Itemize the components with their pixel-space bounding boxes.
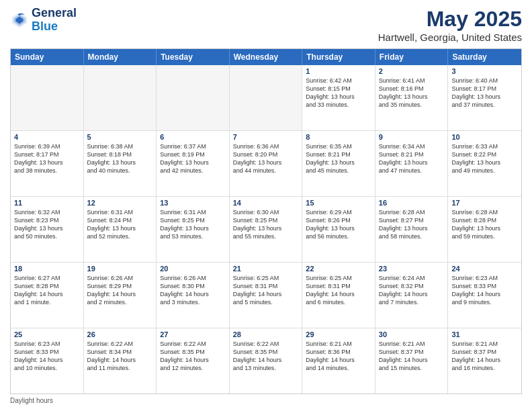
day-info: Sunrise: 6:28 AM Sunset: 8:27 PM Dayligh… bbox=[379, 208, 445, 241]
day-info: Sunrise: 6:40 AM Sunset: 8:17 PM Dayligh… bbox=[451, 77, 518, 109]
day-number: 3 bbox=[451, 67, 518, 75]
day-number: 14 bbox=[233, 199, 299, 207]
day-number: 17 bbox=[451, 199, 518, 207]
day-cell-22: 22Sunrise: 6:25 AM Sunset: 8:31 PM Dayli… bbox=[302, 263, 375, 328]
day-number: 11 bbox=[14, 199, 80, 207]
day-cell-12: 12Sunrise: 6:31 AM Sunset: 8:24 PM Dayli… bbox=[84, 197, 157, 262]
day-number: 15 bbox=[306, 199, 371, 207]
logo-line1: General bbox=[32, 7, 77, 20]
day-cell-23: 23Sunrise: 6:24 AM Sunset: 8:32 PM Dayli… bbox=[375, 263, 449, 328]
day-cell-8: 8Sunrise: 6:35 AM Sunset: 8:21 PM Daylig… bbox=[302, 131, 375, 196]
day-info: Sunrise: 6:38 AM Sunset: 8:18 PM Dayligh… bbox=[87, 142, 153, 175]
calendar-body: 1Sunrise: 6:42 AM Sunset: 8:15 PM Daylig… bbox=[11, 65, 521, 394]
day-number: 5 bbox=[87, 133, 153, 141]
day-cell-11: 11Sunrise: 6:32 AM Sunset: 8:23 PM Dayli… bbox=[11, 197, 84, 262]
day-cell-7: 7Sunrise: 6:36 AM Sunset: 8:20 PM Daylig… bbox=[230, 131, 303, 196]
col-header-thursday: Thursday bbox=[302, 49, 375, 65]
day-cell-25: 25Sunrise: 6:23 AM Sunset: 8:33 PM Dayli… bbox=[11, 328, 84, 394]
week-row-1: 1Sunrise: 6:42 AM Sunset: 8:15 PM Daylig… bbox=[11, 65, 521, 131]
day-info: Sunrise: 6:34 AM Sunset: 8:21 PM Dayligh… bbox=[379, 142, 445, 175]
day-cell-21: 21Sunrise: 6:25 AM Sunset: 8:31 PM Dayli… bbox=[230, 263, 303, 328]
day-info: Sunrise: 6:21 AM Sunset: 8:36 PM Dayligh… bbox=[306, 340, 371, 373]
day-cell-empty-3 bbox=[230, 65, 303, 130]
day-number: 25 bbox=[14, 330, 80, 338]
day-info: Sunrise: 6:22 AM Sunset: 8:35 PM Dayligh… bbox=[160, 340, 226, 373]
day-number: 28 bbox=[233, 330, 299, 338]
day-info: Sunrise: 6:31 AM Sunset: 8:24 PM Dayligh… bbox=[87, 208, 153, 241]
day-info: Sunrise: 6:23 AM Sunset: 8:33 PM Dayligh… bbox=[14, 340, 80, 373]
subtitle: Hartwell, Georgia, United States bbox=[378, 32, 522, 43]
day-info: Sunrise: 6:21 AM Sunset: 8:37 PM Dayligh… bbox=[379, 340, 445, 373]
day-info: Sunrise: 6:32 AM Sunset: 8:23 PM Dayligh… bbox=[14, 208, 80, 241]
day-number: 22 bbox=[306, 265, 371, 273]
footer-note: Daylight hours bbox=[10, 397, 522, 404]
day-number: 27 bbox=[160, 330, 226, 338]
logo-icon bbox=[10, 11, 29, 30]
day-number: 19 bbox=[87, 265, 153, 273]
day-cell-16: 16Sunrise: 6:28 AM Sunset: 8:27 PM Dayli… bbox=[375, 197, 449, 262]
day-info: Sunrise: 6:28 AM Sunset: 8:28 PM Dayligh… bbox=[451, 208, 518, 241]
logo: General Blue bbox=[10, 7, 77, 34]
week-row-5: 25Sunrise: 6:23 AM Sunset: 8:33 PM Dayli… bbox=[11, 328, 521, 394]
day-cell-24: 24Sunrise: 6:23 AM Sunset: 8:33 PM Dayli… bbox=[448, 263, 521, 328]
day-number: 10 bbox=[451, 133, 518, 141]
day-info: Sunrise: 6:25 AM Sunset: 8:31 PM Dayligh… bbox=[233, 274, 299, 307]
day-info: Sunrise: 6:21 AM Sunset: 8:37 PM Dayligh… bbox=[451, 340, 518, 373]
title-block: May 2025 Hartwell, Georgia, United State… bbox=[378, 7, 522, 43]
day-number: 12 bbox=[87, 199, 153, 207]
day-cell-9: 9Sunrise: 6:34 AM Sunset: 8:21 PM Daylig… bbox=[375, 131, 449, 196]
week-row-4: 18Sunrise: 6:27 AM Sunset: 8:28 PM Dayli… bbox=[11, 263, 521, 328]
day-cell-13: 13Sunrise: 6:31 AM Sunset: 8:25 PM Dayli… bbox=[157, 197, 230, 262]
col-header-tuesday: Tuesday bbox=[157, 49, 230, 65]
col-header-wednesday: Wednesday bbox=[230, 49, 303, 65]
day-info: Sunrise: 6:22 AM Sunset: 8:34 PM Dayligh… bbox=[87, 340, 153, 373]
day-number: 2 bbox=[379, 67, 445, 75]
day-cell-empty-2 bbox=[157, 65, 230, 130]
day-cell-14: 14Sunrise: 6:30 AM Sunset: 8:25 PM Dayli… bbox=[230, 197, 303, 262]
day-number: 4 bbox=[14, 133, 80, 141]
day-number: 13 bbox=[160, 199, 226, 207]
day-cell-20: 20Sunrise: 6:26 AM Sunset: 8:30 PM Dayli… bbox=[157, 263, 230, 328]
day-cell-10: 10Sunrise: 6:33 AM Sunset: 8:22 PM Dayli… bbox=[448, 131, 521, 196]
logo-text: General Blue bbox=[32, 7, 77, 34]
day-info: Sunrise: 6:30 AM Sunset: 8:25 PM Dayligh… bbox=[233, 208, 299, 241]
day-number: 23 bbox=[379, 265, 445, 273]
day-info: Sunrise: 6:27 AM Sunset: 8:28 PM Dayligh… bbox=[14, 274, 80, 307]
day-info: Sunrise: 6:35 AM Sunset: 8:21 PM Dayligh… bbox=[306, 142, 371, 175]
day-cell-17: 17Sunrise: 6:28 AM Sunset: 8:28 PM Dayli… bbox=[448, 197, 521, 262]
calendar-header: SundayMondayTuesdayWednesdayThursdayFrid… bbox=[11, 49, 521, 65]
day-number: 18 bbox=[14, 265, 80, 273]
day-number: 16 bbox=[379, 199, 445, 207]
day-cell-27: 27Sunrise: 6:22 AM Sunset: 8:35 PM Dayli… bbox=[157, 328, 230, 394]
day-number: 29 bbox=[306, 330, 371, 338]
day-info: Sunrise: 6:22 AM Sunset: 8:35 PM Dayligh… bbox=[233, 340, 299, 373]
day-cell-15: 15Sunrise: 6:29 AM Sunset: 8:26 PM Dayli… bbox=[302, 197, 375, 262]
day-info: Sunrise: 6:42 AM Sunset: 8:15 PM Dayligh… bbox=[306, 77, 371, 109]
day-info: Sunrise: 6:26 AM Sunset: 8:30 PM Dayligh… bbox=[160, 274, 226, 307]
page: General Blue May 2025 Hartwell, Georgia,… bbox=[0, 0, 532, 411]
day-cell-30: 30Sunrise: 6:21 AM Sunset: 8:37 PM Dayli… bbox=[375, 328, 449, 394]
day-cell-26: 26Sunrise: 6:22 AM Sunset: 8:34 PM Dayli… bbox=[84, 328, 157, 394]
header: General Blue May 2025 Hartwell, Georgia,… bbox=[10, 7, 522, 43]
col-header-saturday: Saturday bbox=[448, 49, 521, 65]
day-number: 7 bbox=[233, 133, 299, 141]
day-info: Sunrise: 6:39 AM Sunset: 8:17 PM Dayligh… bbox=[14, 142, 80, 175]
day-cell-1: 1Sunrise: 6:42 AM Sunset: 8:15 PM Daylig… bbox=[302, 65, 375, 130]
logo-line2: Blue bbox=[32, 20, 77, 34]
col-header-monday: Monday bbox=[84, 49, 157, 65]
main-title: May 2025 bbox=[378, 7, 522, 32]
day-info: Sunrise: 6:23 AM Sunset: 8:33 PM Dayligh… bbox=[451, 274, 518, 307]
day-number: 20 bbox=[160, 265, 226, 273]
day-info: Sunrise: 6:26 AM Sunset: 8:29 PM Dayligh… bbox=[87, 274, 153, 307]
day-number: 1 bbox=[306, 67, 371, 75]
day-info: Sunrise: 6:25 AM Sunset: 8:31 PM Dayligh… bbox=[306, 274, 371, 307]
day-cell-3: 3Sunrise: 6:40 AM Sunset: 8:17 PM Daylig… bbox=[448, 65, 521, 130]
day-info: Sunrise: 6:41 AM Sunset: 8:16 PM Dayligh… bbox=[379, 77, 445, 109]
day-cell-18: 18Sunrise: 6:27 AM Sunset: 8:28 PM Dayli… bbox=[11, 263, 84, 328]
day-cell-2: 2Sunrise: 6:41 AM Sunset: 8:16 PM Daylig… bbox=[375, 65, 449, 130]
day-number: 31 bbox=[451, 330, 518, 338]
day-cell-4: 4Sunrise: 6:39 AM Sunset: 8:17 PM Daylig… bbox=[11, 131, 84, 196]
day-number: 9 bbox=[379, 133, 445, 141]
day-number: 21 bbox=[233, 265, 299, 273]
col-header-friday: Friday bbox=[375, 49, 449, 65]
